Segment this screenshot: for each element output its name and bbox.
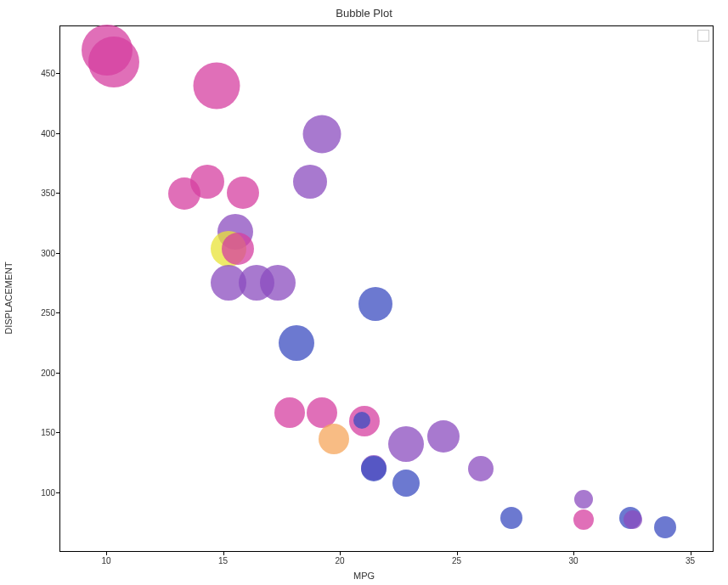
bubble-point bbox=[573, 509, 594, 530]
legend-box bbox=[697, 30, 709, 42]
y-tick-label: 400 bbox=[30, 128, 55, 138]
y-tick-label: 150 bbox=[30, 428, 55, 437]
chart-container bbox=[59, 25, 714, 552]
bubble-point bbox=[274, 397, 305, 428]
x-tick-label: 30 bbox=[568, 556, 578, 565]
x-tick-mark bbox=[457, 552, 458, 555]
bubble-point bbox=[353, 412, 370, 429]
y-tick-mark bbox=[56, 73, 59, 74]
bubble-point bbox=[168, 177, 200, 210]
bubble-point bbox=[574, 490, 593, 509]
x-axis-label: MPG bbox=[353, 571, 375, 581]
bubble-point bbox=[293, 165, 327, 199]
bubble-point bbox=[388, 426, 424, 462]
bubble-point bbox=[468, 456, 494, 481]
x-tick-mark bbox=[340, 552, 341, 555]
y-tick-mark bbox=[56, 312, 59, 313]
y-tick-label: 250 bbox=[30, 308, 55, 318]
y-tick-mark bbox=[56, 432, 59, 433]
bubble-point bbox=[222, 233, 254, 265]
y-tick-mark bbox=[56, 193, 59, 194]
y-tick-label: 200 bbox=[30, 368, 55, 377]
plot-area bbox=[59, 25, 714, 552]
bubble-point bbox=[260, 265, 296, 301]
y-tick-mark bbox=[56, 492, 59, 493]
y-tick-mark bbox=[56, 373, 59, 374]
bubble-point bbox=[88, 37, 139, 87]
y-tick-mark bbox=[56, 133, 59, 134]
x-tick-label: 20 bbox=[335, 556, 344, 565]
x-tick-mark bbox=[223, 552, 224, 555]
bubble-point bbox=[392, 470, 420, 497]
bubble-point bbox=[427, 420, 460, 453]
x-tick-mark bbox=[573, 552, 574, 555]
x-tick-label: 15 bbox=[218, 556, 228, 565]
bubble-point bbox=[358, 287, 392, 321]
y-tick-label: 450 bbox=[30, 69, 55, 78]
y-tick-label: 100 bbox=[30, 487, 55, 497]
y-tick-mark bbox=[56, 253, 59, 254]
bubble-point bbox=[279, 325, 314, 361]
bubble-point bbox=[624, 510, 642, 529]
bubble-point bbox=[194, 63, 240, 110]
x-tick-mark bbox=[691, 552, 691, 555]
chart-title: Bubble Plot bbox=[336, 7, 392, 20]
x-tick-label: 35 bbox=[686, 556, 695, 565]
x-tick-mark bbox=[106, 552, 107, 555]
bubble-point bbox=[500, 507, 522, 529]
bubble-point bbox=[303, 115, 341, 153]
bubble-point bbox=[654, 516, 676, 538]
x-tick-label: 25 bbox=[452, 556, 461, 565]
x-tick-label: 10 bbox=[101, 556, 110, 565]
y-tick-label: 300 bbox=[30, 248, 55, 257]
bubble-point bbox=[361, 456, 387, 481]
y-tick-label: 350 bbox=[30, 188, 55, 198]
bubble-point bbox=[227, 177, 259, 209]
y-axis-label: DISPLACEMENT bbox=[3, 262, 14, 335]
bubble-point bbox=[319, 424, 349, 454]
